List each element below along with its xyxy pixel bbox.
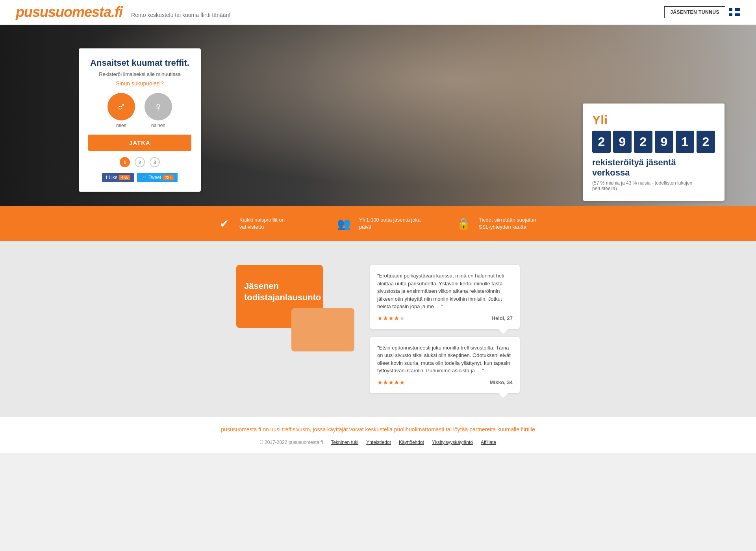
tw-label: Tweet <box>148 175 161 180</box>
testimonial-0-stars: ★★★★★ <box>377 314 405 322</box>
feature-1-text: Yli 1.000 uutta jäsentä joka päivä <box>359 216 422 231</box>
step-2: 2 <box>135 157 145 167</box>
feature-2-text: Tiedot siirretään suojatun SSL-yhteyden … <box>479 216 542 231</box>
testimonials-section: Jäsenen todistajanlausunto "Erottuaani p… <box>0 241 756 417</box>
fb-icon: f <box>106 175 107 180</box>
digit-boxes: 2 9 2 9 1 2 <box>592 131 715 153</box>
speech-bubbles-graphic: Jäsenen todistajanlausunto <box>236 265 354 351</box>
login-button[interactable]: JÄSENTEN TUNNUS <box>664 6 725 18</box>
bubble-secondary <box>291 308 354 351</box>
step-3: 3 <box>150 157 160 167</box>
header-left: pususuomesta.fi Rento keskustelu tai kuu… <box>16 4 230 20</box>
testimonial-1-text: "Etsin epäonnistuneesti joku monilta tre… <box>377 344 513 375</box>
gender-options: ♂ mies ♀ nainen <box>88 93 191 128</box>
header: pususuomesta.fi Rento keskustelu tai kuu… <box>0 0 756 25</box>
digit-1: 9 <box>613 131 632 153</box>
digit-3: 9 <box>655 131 673 153</box>
footer-copyright: © 2017-2022 pususuomesta.fi <box>260 440 323 445</box>
testimonial-1: "Etsin epäonnistuneesti joku monilta tre… <box>370 337 520 393</box>
male-icon: ♂ <box>107 93 135 120</box>
digit-4: 1 <box>676 131 694 153</box>
footer-link-yksityisyys[interactable]: Yksityisyyskäytäntö <box>432 440 473 445</box>
testimonial-1-footer: ★★★★★ Mikko, 34 <box>377 379 513 386</box>
stats-note: (57 % miehiä ja 43 % naisia - todelliste… <box>592 180 715 191</box>
header-right: JÄSENTEN TUNNUS <box>664 6 740 18</box>
digit-0: 2 <box>592 131 611 153</box>
feature-0: ✔ Kaikki naisprofilit on vahvistettu <box>214 214 302 233</box>
features-bar: ✔ Kaikki naisprofilit on vahvistettu 👥 Y… <box>0 206 756 241</box>
footer-description: pususuomesta.fi on uusi treffisivusto, j… <box>0 417 756 436</box>
reg-title: Ansaitset kuumat treffit. <box>88 58 191 68</box>
tw-icon: 🐦 <box>141 175 147 180</box>
testimonials-list: "Erottuaani poikaystäväni kanssa, minä e… <box>370 265 520 393</box>
footer: pususuomesta.fi on uusi treffisivusto, j… <box>0 417 756 453</box>
testimonial-0-text: "Erottuaani poikaystäväni kanssa, minä e… <box>377 272 513 311</box>
testimonials-header: Jäsenen todistajanlausunto <box>244 281 354 303</box>
step-1: 1 <box>120 157 130 167</box>
fb-like-label: Like <box>109 175 117 180</box>
logo: pususuomesta.fi <box>16 4 122 20</box>
gender-male[interactable]: ♂ mies <box>107 93 135 128</box>
gender-question: Sinun sukupuolesi? <box>88 80 191 87</box>
digit-2: 2 <box>634 131 652 153</box>
lock-icon: 🔒 <box>454 214 473 233</box>
tagline: Rento keskustelu tai kuuma flirtti tänää… <box>131 12 230 18</box>
footer-link-kayttoehdot[interactable]: Käyttöehdot <box>399 440 424 445</box>
footer-link-yhteistiedot[interactable]: Yhteistiedot <box>366 440 391 445</box>
footer-links: © 2017-2022 pususuomesta.fi Tekninen tuk… <box>0 436 756 453</box>
gender-female[interactable]: ♀ nainen <box>145 93 172 128</box>
facebook-like-button[interactable]: f Like 45k <box>102 173 134 182</box>
finland-flag-icon <box>729 8 740 16</box>
feature-0-text: Kaikki naisprofilit on vahvistettu <box>239 216 302 231</box>
users-icon: 👥 <box>334 214 354 233</box>
step-indicators: 1 2 3 <box>88 157 191 167</box>
registration-card: Ansaitset kuumat treffit. Rekisteröi ilm… <box>79 48 201 192</box>
verified-icon: ✔ <box>214 214 234 233</box>
social-buttons: f Like 45k 🐦 Tweet 23k <box>88 173 191 182</box>
stats-prefix: Yli <box>592 113 715 128</box>
female-label: nainen <box>151 123 165 128</box>
footer-link-tekninen[interactable]: Tekninen tuki <box>331 440 358 445</box>
male-label: mies <box>116 123 126 128</box>
hero-section: Ansaitset kuumat treffit. Rekisteröi ilm… <box>0 25 756 206</box>
feature-2: 🔒 Tiedot siirretään suojatun SSL-yhteyde… <box>454 214 542 233</box>
reg-subtitle: Rekisteröi ilmaiseksi alle minuutissa <box>88 71 191 77</box>
testimonial-1-stars: ★★★★★ <box>377 379 405 386</box>
testimonial-1-reviewer: Mikko, 34 <box>489 379 513 385</box>
fb-count: 45k <box>119 175 130 180</box>
testimonial-0: "Erottuaani poikaystäväni kanssa, minä e… <box>370 265 520 329</box>
female-icon: ♀ <box>145 93 172 120</box>
testimonial-0-reviewer: Heidi, 27 <box>492 315 513 321</box>
twitter-tweet-button[interactable]: 🐦 Tweet 23k <box>137 173 178 182</box>
feature-1: 👥 Yli 1.000 uutta jäsentä joka päivä <box>334 214 422 233</box>
stats-card: Yli 2 9 2 9 1 2 rekisteröityä jäsentä ve… <box>583 104 724 201</box>
tw-count: 23k <box>163 175 174 180</box>
digit-5: 2 <box>697 131 715 153</box>
footer-link-affiliate[interactable]: Affiliate <box>481 440 496 445</box>
continue-button[interactable]: JATKA <box>88 135 191 151</box>
testimonial-0-footer: ★★★★★ Heidi, 27 <box>377 314 513 322</box>
stats-description: rekisteröityä jäsentä verkossa <box>592 157 715 178</box>
